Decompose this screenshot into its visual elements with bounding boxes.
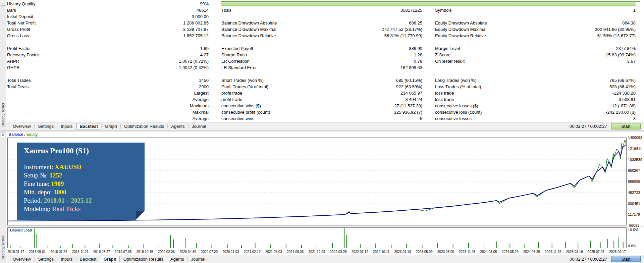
stat-pair: Loss Trades (% of total)528 (36.41%) — [422, 84, 636, 90]
stat-label: Total Deals — [7, 84, 29, 90]
stat-pair: History Quality 99% — [6, 1, 209, 7]
table-row: Recovery Factor4.27Sharpe Ratio1.28Z-Sco… — [6, 52, 644, 58]
start-button[interactable]: Start — [611, 256, 641, 262]
info-line: Fine tune: 1909 — [24, 179, 139, 188]
x-axis-label: 2019.03.27 — [93, 250, 110, 254]
tab-agents[interactable]: Agents — [168, 123, 188, 129]
close-icon[interactable]: × — [1, 1, 5, 6]
stat-pair: consecutive losses ($)12 (-871.88) — [422, 103, 636, 109]
timer: 00:02:27 / 00:02:27 — [570, 257, 611, 262]
strategy-tester-strip-top: × Strategy Tester — [0, 0, 6, 130]
tab-inputs[interactable]: Inputs — [57, 256, 76, 262]
x-axis-label: 2024.08.26 — [523, 250, 540, 254]
tab-graph[interactable]: Graph — [100, 256, 119, 262]
tab-overview[interactable]: Overview — [9, 123, 34, 129]
y-axis-label: 483723 — [628, 191, 640, 195]
stats-table: History Quality 99% Bars46614Ticks358171… — [6, 0, 644, 122]
stat-value: 1.0072 (0.72%) — [176, 58, 209, 64]
deposit-load-row: Deposit Load 10.0% 0.0% — [6, 227, 644, 248]
stat-label: Total Trades — [7, 77, 31, 84]
tab-optimization-results[interactable]: Optimization Results — [120, 256, 167, 262]
table-row — [6, 71, 644, 77]
info-label: Modeling: — [24, 205, 52, 212]
legend-separator: / — [24, 132, 25, 137]
stat-pair: Symbols1 — [422, 7, 636, 13]
stat-pair: Total Trades1450 — [6, 77, 209, 84]
balance-chart-plot[interactable]: Xaurus Pro100 (S1) Instrument: XAUUSDSet… — [7, 138, 627, 225]
timer: 00:02:27 / 00:02:27 — [570, 124, 611, 129]
stat-value — [420, 13, 422, 20]
deposit-load-plot[interactable]: Deposit Load — [7, 227, 627, 248]
stat-pair: Equity Drawdown Relative61.53% (13 672.7… — [422, 33, 636, 39]
stat-pair: Gross Profit3 138 707.97 — [6, 26, 209, 33]
tab-settings[interactable]: Settings — [35, 123, 57, 129]
tab-overview[interactable]: Overview — [9, 256, 34, 262]
stat-value: 2900 — [196, 84, 209, 90]
stat-pair: profit trade3 404.24 — [209, 96, 422, 103]
tab-inputs[interactable]: Inputs — [57, 123, 76, 129]
info-label: Period: — [24, 197, 44, 204]
stat-pair — [422, 64, 636, 71]
tab-backtest[interactable]: Backtest — [76, 256, 100, 262]
tab-agents[interactable]: Agents — [167, 256, 187, 262]
stat-label: Initial Deposit — [7, 13, 33, 20]
tab-backtest[interactable]: Backtest — [76, 123, 101, 129]
close-icon[interactable]: × — [1, 133, 5, 137]
stat-pair: Average — [6, 115, 209, 122]
strategy-tester-window: × Strategy Tester History Quality 99% Ba… — [0, 0, 644, 263]
stat-value: 0.79 — [411, 58, 422, 64]
stat-label: Short Trades (won %) — [221, 77, 264, 84]
stat-pair: consecutive wins5 — [209, 115, 422, 122]
info-line: Min. depo: 3000 — [24, 188, 139, 196]
stat-value: -1 852 705.12 — [179, 33, 209, 39]
deposit-min-label: 0.0% — [628, 244, 636, 248]
stat-pair: consecutive loss (count)-242 230.00 (3) — [422, 109, 636, 115]
tab-settings[interactable]: Settings — [35, 256, 57, 262]
x-axis-label: 2025.09.17 — [609, 250, 626, 254]
tab-optimization-results[interactable]: Optimization Results — [121, 123, 167, 129]
table-row: Bars46614Ticks358171225Symbols1 — [6, 7, 644, 13]
stat-pair: Bars46614 — [6, 7, 209, 13]
deposit-chart-svg[interactable] — [8, 228, 626, 248]
stat-pair: Sharpe Ratio1.28 — [209, 52, 422, 58]
y-axis-label: 1216811 — [628, 147, 642, 151]
x-axis-label: 2018.07.26 — [50, 250, 67, 254]
stat-pair: Total Net Profit1 286 002.85 — [6, 20, 209, 26]
x-axis-label: 2022.10.11 — [373, 250, 389, 254]
stat-value: -15.83 (99.74%) — [602, 52, 636, 58]
table-row: Maximalconsecutive profit (count)325 936… — [6, 109, 644, 115]
info-value: 3000 — [53, 189, 66, 196]
stat-pair — [209, 13, 422, 20]
stat-value: 358171225 — [398, 7, 422, 13]
x-axis-label: 2025.07.08 — [588, 250, 604, 254]
table-row: Total Trades1450Short Trades (won %)685 … — [6, 77, 644, 84]
history-quality-row: History Quality 99% — [6, 1, 644, 7]
x-axis-label: 2025.03.19 — [566, 250, 583, 254]
table-row: Profit Factor1.69Expected Payoff886.90Ma… — [6, 45, 644, 52]
tab-journal[interactable]: Journal — [189, 123, 210, 129]
table-row: Gross Profit3 138 707.97Balance Drawdown… — [6, 26, 644, 33]
stat-pair — [422, 13, 636, 20]
strategy-tester-label: Strategy Tester — [1, 235, 5, 260]
x-axis-label: 2022.07.12 — [352, 250, 368, 254]
stat-value: 528 (36.41%) — [607, 84, 636, 90]
stat-label: Equity Drawdown Maximal — [435, 26, 486, 33]
info-label: Instrument: — [24, 163, 55, 170]
tab-journal[interactable]: Journal — [187, 256, 209, 262]
backtest-content: History Quality 99% Bars46614Ticks358171… — [6, 0, 644, 130]
y-axis-label: 1400083 — [628, 136, 642, 140]
tab-graph[interactable]: Graph — [102, 123, 120, 129]
deposit-y-axis: 10.0% 0.0% — [627, 227, 644, 248]
stat-label: consecutive wins — [221, 115, 254, 122]
x-axis-label: 2021.06.03 — [265, 250, 282, 254]
stat-value: 272 747.52 (28.17%) — [379, 26, 422, 33]
stat-pair: AHPR1.0072 (0.72%) — [6, 58, 209, 64]
info-label: Setup №: — [24, 172, 49, 179]
info-value: 1909 — [51, 180, 64, 187]
x-axis-label: 2018.01.17 — [7, 250, 24, 254]
x-axis-label: 2023.11.08 — [459, 250, 475, 254]
x-axis-label: 2023.01.19 — [394, 250, 411, 254]
start-button[interactable]: Start — [611, 123, 641, 129]
stat-pair: loss trade-124 338.28 — [422, 90, 636, 96]
stat-label: profit trade — [221, 90, 242, 96]
